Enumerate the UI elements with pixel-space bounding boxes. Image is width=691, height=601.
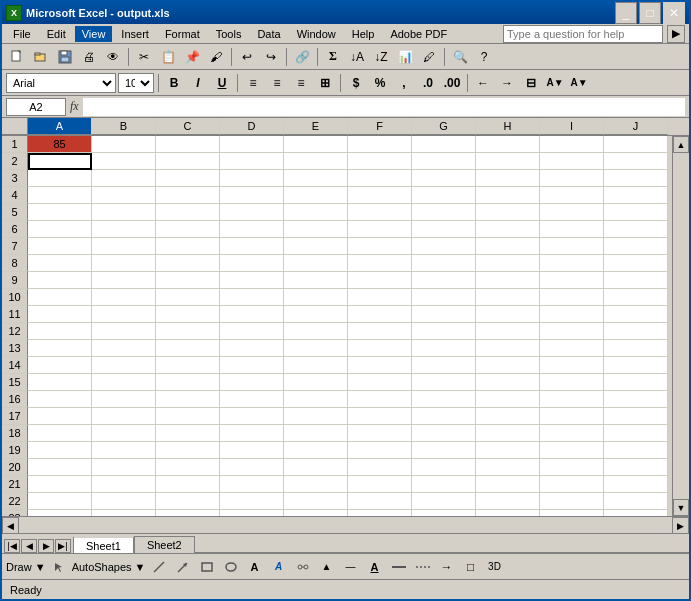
currency-button[interactable]: $ <box>345 72 367 94</box>
cell-h2[interactable] <box>476 153 540 170</box>
cell-i1[interactable] <box>540 136 604 153</box>
tab-sheet1[interactable]: Sheet1 <box>73 536 134 553</box>
sort-desc-button[interactable]: ↓Z <box>370 46 392 68</box>
preview-button[interactable]: 👁 <box>102 46 124 68</box>
print-button[interactable]: 🖨 <box>78 46 100 68</box>
cell-b2[interactable] <box>92 153 156 170</box>
menu-edit[interactable]: Edit <box>40 26 73 42</box>
percent-button[interactable]: % <box>369 72 391 94</box>
tab-nav-first[interactable]: |◀ <box>4 539 20 553</box>
bold-button[interactable]: B <box>163 72 185 94</box>
col-header-i[interactable]: I <box>540 118 604 135</box>
minimize-button[interactable]: _ <box>615 2 637 24</box>
new-button[interactable] <box>6 46 28 68</box>
align-center-button[interactable]: ≡ <box>266 72 288 94</box>
font-color-tb-button[interactable]: A <box>364 556 386 578</box>
font-size-select[interactable]: 10 <box>118 73 154 93</box>
sort-asc-button[interactable]: ↓A <box>346 46 368 68</box>
menu-tools[interactable]: Tools <box>209 26 249 42</box>
cell-f1[interactable] <box>348 136 412 153</box>
menu-file[interactable]: File <box>6 26 38 42</box>
cell-c1[interactable] <box>156 136 220 153</box>
increase-indent-button[interactable]: → <box>496 72 518 94</box>
redo-button[interactable]: ↪ <box>260 46 282 68</box>
draw-select-button[interactable] <box>48 556 70 578</box>
cell-a1[interactable]: 85 <box>28 136 92 153</box>
wordart-button[interactable]: A <box>268 556 290 578</box>
chart-button[interactable]: 📊 <box>394 46 416 68</box>
vertical-scrollbar[interactable]: ▲ ▼ <box>672 136 689 516</box>
copy-button[interactable]: 📋 <box>157 46 179 68</box>
col-header-a[interactable]: A <box>28 118 92 135</box>
font-family-select[interactable]: Arial <box>6 73 116 93</box>
save-button[interactable] <box>54 46 76 68</box>
menu-insert[interactable]: Insert <box>114 26 156 42</box>
cell-f2[interactable] <box>348 153 412 170</box>
open-button[interactable] <box>30 46 52 68</box>
col-header-g[interactable]: G <box>412 118 476 135</box>
menu-data[interactable]: Data <box>250 26 287 42</box>
paste-button[interactable]: 📌 <box>181 46 203 68</box>
help-button[interactable]: ? <box>473 46 495 68</box>
arrow-style-button[interactable]: → <box>436 556 458 578</box>
oval-button[interactable] <box>220 556 242 578</box>
col-header-e[interactable]: E <box>284 118 348 135</box>
cell-a2[interactable] <box>28 153 92 170</box>
tab-sheet2[interactable]: Sheet2 <box>134 536 195 553</box>
hyperlink-button[interactable]: 🔗 <box>291 46 313 68</box>
tab-nav-prev[interactable]: ◀ <box>21 539 37 553</box>
cell-i2[interactable] <box>540 153 604 170</box>
increase-decimal-button[interactable]: .0 <box>417 72 439 94</box>
draw-label[interactable]: Draw ▼ <box>6 561 46 573</box>
help-question-button[interactable]: ▶ <box>667 25 685 43</box>
menu-help[interactable]: Help <box>345 26 382 42</box>
fill-color-button[interactable]: A▼ <box>544 72 566 94</box>
zoom-button[interactable]: 🔍 <box>449 46 471 68</box>
cell-b1[interactable] <box>92 136 156 153</box>
decrease-indent-button[interactable]: ← <box>472 72 494 94</box>
menu-format[interactable]: Format <box>158 26 207 42</box>
cell-d2[interactable] <box>220 153 284 170</box>
line-style-button[interactable] <box>388 556 410 578</box>
font-color-button[interactable]: A▼ <box>568 72 590 94</box>
3d-button[interactable]: 3D <box>484 556 506 578</box>
h-scroll-track[interactable] <box>19 517 672 533</box>
col-header-f[interactable]: F <box>348 118 412 135</box>
tab-nav-next[interactable]: ▶ <box>38 539 54 553</box>
cell-d1[interactable] <box>220 136 284 153</box>
fill-color-tb-button[interactable]: ▲ <box>316 556 338 578</box>
arrow-button[interactable] <box>172 556 194 578</box>
cell-g2[interactable] <box>412 153 476 170</box>
line-button[interactable] <box>148 556 170 578</box>
line-color-button[interactable]: — <box>340 556 362 578</box>
border-button[interactable]: ⊟ <box>520 72 542 94</box>
cell-j2[interactable] <box>604 153 668 170</box>
align-left-button[interactable]: ≡ <box>242 72 264 94</box>
cell-h1[interactable] <box>476 136 540 153</box>
name-box[interactable] <box>6 98 66 116</box>
shadow-button[interactable]: □ <box>460 556 482 578</box>
autoshapes-label[interactable]: AutoShapes ▼ <box>72 561 146 573</box>
italic-button[interactable]: I <box>187 72 209 94</box>
cell-g1[interactable] <box>412 136 476 153</box>
scroll-left-button[interactable]: ◀ <box>2 517 19 533</box>
cell-e1[interactable] <box>284 136 348 153</box>
menu-view[interactable]: View <box>75 26 113 42</box>
merge-cells-button[interactable]: ⊞ <box>314 72 336 94</box>
col-header-d[interactable]: D <box>220 118 284 135</box>
decrease-decimal-button[interactable]: .00 <box>441 72 463 94</box>
dash-style-button[interactable] <box>412 556 434 578</box>
cell-a3[interactable] <box>28 170 92 187</box>
tab-nav-last[interactable]: ▶| <box>55 539 71 553</box>
scroll-right-button[interactable]: ▶ <box>672 517 689 533</box>
scroll-down-button[interactable]: ▼ <box>673 499 689 516</box>
col-header-h[interactable]: H <box>476 118 540 135</box>
col-header-b[interactable]: B <box>92 118 156 135</box>
format-painter-button[interactable]: 🖌 <box>205 46 227 68</box>
drawing-button[interactable]: 🖊 <box>418 46 440 68</box>
cell-c2[interactable] <box>156 153 220 170</box>
undo-button[interactable]: ↩ <box>236 46 258 68</box>
col-header-c[interactable]: C <box>156 118 220 135</box>
align-right-button[interactable]: ≡ <box>290 72 312 94</box>
menu-window[interactable]: Window <box>290 26 343 42</box>
